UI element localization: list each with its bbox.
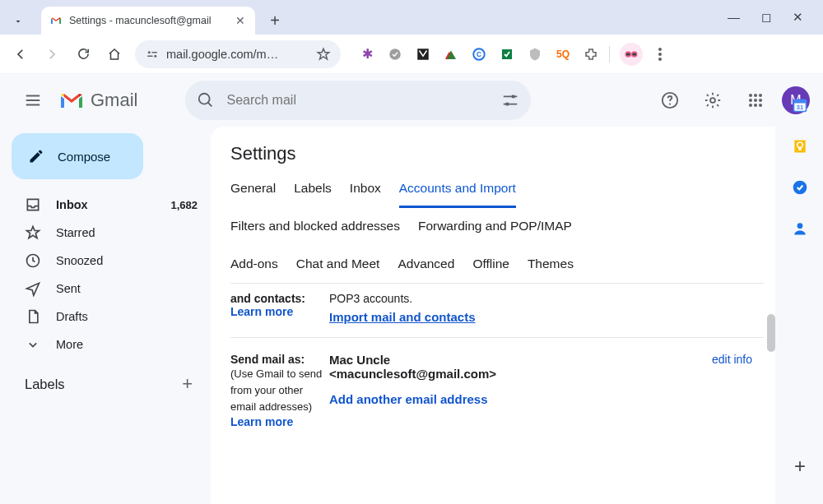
sidebar-item-drafts[interactable]: Drafts xyxy=(7,303,211,331)
new-tab-button[interactable]: + xyxy=(263,9,286,32)
extension-icon-3[interactable] xyxy=(415,46,431,62)
svg-point-21 xyxy=(749,94,752,97)
search-options-icon[interactable] xyxy=(501,91,519,109)
svg-point-27 xyxy=(749,104,752,107)
site-info-icon[interactable] xyxy=(145,47,160,62)
gmail-logo[interactable]: Gmail xyxy=(59,90,137,111)
sendas-learn-more-link[interactable]: Learn more xyxy=(230,415,293,428)
clock-icon xyxy=(25,252,41,269)
keep-app-icon[interactable] xyxy=(792,138,808,155)
send-icon xyxy=(25,280,41,297)
svg-point-29 xyxy=(759,104,762,107)
svg-point-15 xyxy=(199,94,210,104)
extension-icon-6[interactable] xyxy=(499,46,515,62)
inbox-icon xyxy=(25,197,41,213)
window-minimize-icon[interactable]: — xyxy=(728,10,740,25)
svg-point-2 xyxy=(154,54,156,57)
support-icon[interactable] xyxy=(653,84,686,117)
add-label-icon[interactable]: + xyxy=(182,373,193,395)
extension-icon-4[interactable] xyxy=(443,46,459,62)
add-email-link[interactable]: Add another email address xyxy=(329,392,488,406)
tab-general[interactable]: General xyxy=(230,181,276,196)
svg-point-20 xyxy=(710,98,715,103)
svg-point-4 xyxy=(389,49,401,60)
address-bar[interactable]: mail.google.com/m… xyxy=(135,40,341,68)
svg-rect-36 xyxy=(798,148,801,150)
search-input[interactable] xyxy=(226,93,501,108)
tab-accounts-import[interactable]: Accounts and Import xyxy=(399,181,516,196)
edit-info-link[interactable]: edit info xyxy=(712,353,752,366)
svg-text:31: 31 xyxy=(797,104,803,111)
tab-offline[interactable]: Offline xyxy=(472,257,509,271)
extension-icon-1[interactable]: ✱ xyxy=(359,46,375,62)
tab-labels[interactable]: Labels xyxy=(294,181,332,196)
svg-rect-5 xyxy=(417,49,429,60)
main-menu-icon[interactable] xyxy=(13,81,53,120)
contacts-app-icon[interactable] xyxy=(792,220,808,237)
settings-gear-icon[interactable] xyxy=(696,84,729,117)
google-apps-icon[interactable] xyxy=(739,84,772,117)
compose-label: Compose xyxy=(58,150,110,164)
svg-rect-3 xyxy=(147,55,153,57)
forward-button[interactable] xyxy=(38,40,66,68)
tab-themes[interactable]: Themes xyxy=(528,257,574,271)
chrome-menu-icon[interactable] xyxy=(646,40,674,68)
get-addons-icon[interactable]: + xyxy=(794,455,806,478)
sidebar-item-snoozed[interactable]: Snoozed xyxy=(7,247,211,275)
settings-tabs: General Labels Inbox Accounts and Import… xyxy=(230,181,764,284)
sidebar-item-starred[interactable]: Starred xyxy=(7,219,211,247)
bookmark-star-icon[interactable] xyxy=(316,47,331,62)
tasks-app-icon[interactable] xyxy=(792,179,808,196)
back-button[interactable] xyxy=(7,40,35,68)
svg-point-19 xyxy=(669,103,671,104)
window-close-icon[interactable]: ✕ xyxy=(793,10,803,25)
svg-rect-16 xyxy=(512,95,515,99)
sidebar-item-sent[interactable]: Sent xyxy=(7,275,211,303)
sidebar-item-inbox[interactable]: Inbox 1,682 xyxy=(7,191,211,219)
svg-point-22 xyxy=(754,94,757,97)
svg-point-25 xyxy=(754,99,757,102)
extensions-menu-icon[interactable] xyxy=(583,46,599,62)
scrollbar-thumb[interactable] xyxy=(767,314,775,352)
home-button[interactable] xyxy=(100,40,128,68)
reload-button[interactable] xyxy=(69,40,97,68)
import-learn-more-link[interactable]: Learn more xyxy=(230,305,293,318)
extension-icon-5[interactable]: C xyxy=(471,46,487,62)
compose-button[interactable]: Compose xyxy=(12,133,143,179)
search-box[interactable] xyxy=(185,81,531,120)
search-icon[interactable] xyxy=(197,91,215,109)
sendas-sublabel: (Use Gmail to send from your other email… xyxy=(230,366,329,415)
sendas-label: Send mail as: xyxy=(230,353,305,366)
chevron-down-icon xyxy=(25,336,41,353)
svg-point-14 xyxy=(658,58,662,61)
tab-close-icon[interactable]: ✕ xyxy=(234,14,247,27)
extension-icon-2[interactable] xyxy=(387,46,403,62)
tab-inbox[interactable]: Inbox xyxy=(350,181,381,196)
tab-dropdown-icon[interactable] xyxy=(5,8,31,35)
gmail-favicon-icon xyxy=(49,14,63,27)
import-desc-text: POP3 accounts. xyxy=(329,292,412,305)
sendas-email: <macunclesoft@gmail.com> xyxy=(329,367,764,381)
import-label-cont: and contacts: xyxy=(230,292,305,305)
svg-point-24 xyxy=(749,99,752,102)
tab-forwarding[interactable]: Forwarding and POP/IMAP xyxy=(418,219,572,234)
extension-icon-7[interactable] xyxy=(527,46,543,62)
tab-chat-meet[interactable]: Chat and Meet xyxy=(296,257,380,271)
calendar-app-icon[interactable]: 31 xyxy=(792,97,808,113)
extension-icon-8[interactable]: 5Q xyxy=(555,46,571,62)
tab-advanced[interactable]: Advanced xyxy=(398,257,454,271)
svg-rect-17 xyxy=(506,103,509,106)
svg-point-28 xyxy=(754,104,757,107)
window-maximize-icon[interactable]: ◻ xyxy=(761,10,771,25)
browser-tab[interactable]: Settings - macunclesoft@gmail ✕ xyxy=(41,7,255,35)
svg-rect-11 xyxy=(633,53,637,55)
chrome-profile-icon[interactable] xyxy=(620,43,643,66)
import-mail-link[interactable]: Import mail and contacts xyxy=(329,310,476,324)
svg-point-0 xyxy=(148,51,151,53)
page-title: Settings xyxy=(230,143,764,164)
tab-filters[interactable]: Filters and blocked addresses xyxy=(230,219,400,234)
tab-addons[interactable]: Add-ons xyxy=(230,257,278,271)
file-icon xyxy=(25,308,41,325)
sidebar-item-more[interactable]: More xyxy=(7,331,211,358)
svg-point-26 xyxy=(759,99,762,102)
